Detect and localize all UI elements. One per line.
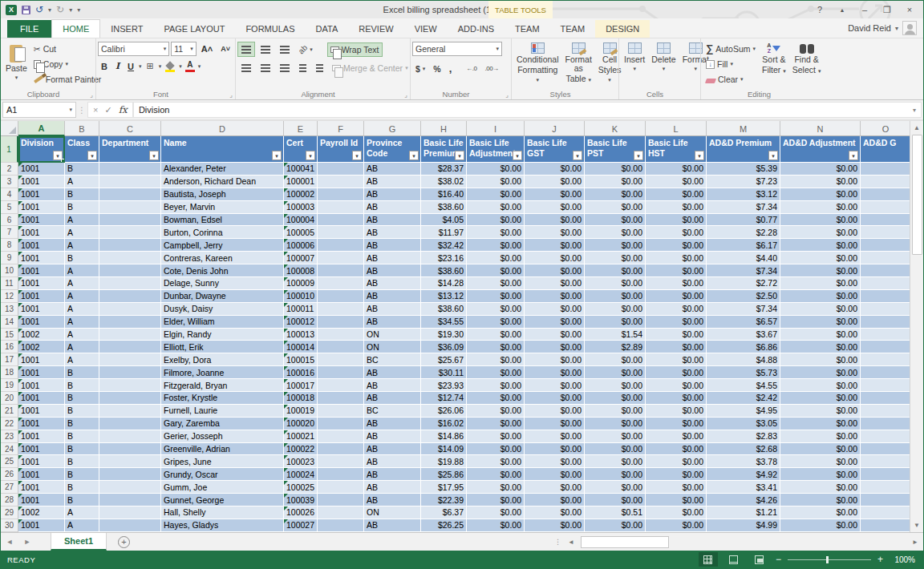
cell[interactable]: $0.00 [525, 163, 585, 176]
close-button[interactable]: × [899, 2, 920, 17]
cell[interactable]: $0.00 [525, 303, 585, 316]
cell[interactable]: $0.00 [780, 201, 861, 214]
horizontal-scrollbar[interactable]: ⋮ ◄ ► [554, 533, 923, 551]
cell[interactable]: 100039 [284, 494, 318, 506]
cell[interactable] [861, 290, 911, 303]
cell[interactable] [99, 163, 161, 176]
undo-button[interactable]: ↺ [35, 5, 43, 14]
cell[interactable]: A [65, 214, 99, 227]
cell[interactable]: 100003 [284, 201, 318, 214]
sheet-tab-sheet1[interactable]: Sheet1 [51, 533, 107, 551]
top-align-button[interactable] [237, 42, 255, 57]
cell[interactable]: 100021 [284, 430, 318, 443]
cell[interactable]: $0.00 [525, 468, 585, 481]
cell[interactable] [318, 226, 364, 239]
cell[interactable]: 100022 [284, 443, 318, 456]
cell[interactable]: 100041 [284, 163, 318, 176]
cell[interactable]: $0.00 [467, 392, 525, 405]
header-cell[interactable]: Basic Life HST▾ [646, 136, 707, 163]
cell[interactable] [318, 455, 364, 468]
fill-color-dropdown-icon[interactable]: ▾ [179, 63, 182, 70]
fill-button[interactable]: ↓Fill▾ [703, 57, 759, 71]
align-right-button[interactable] [276, 60, 294, 75]
cell[interactable]: $0.00 [780, 494, 861, 506]
cell[interactable]: A [65, 341, 99, 353]
cell[interactable] [99, 303, 161, 316]
cell[interactable]: $0.00 [467, 494, 525, 506]
cell[interactable]: $0.00 [646, 316, 707, 329]
cell[interactable] [861, 252, 911, 264]
zoom-slider[interactable] [788, 559, 871, 560]
cell[interactable]: $0.00 [646, 290, 707, 303]
cell[interactable] [99, 494, 161, 506]
cell[interactable] [99, 455, 161, 468]
cell[interactable] [861, 214, 911, 227]
cell[interactable]: $0.00 [467, 405, 525, 418]
cell[interactable]: 100023 [284, 455, 318, 468]
scroll-down-icon[interactable]: ▼ [910, 519, 924, 532]
cell[interactable] [318, 481, 364, 494]
cell[interactable]: $0.00 [525, 481, 585, 494]
row-header-26[interactable]: 26 [1, 468, 18, 481]
scroll-left-icon[interactable]: ◄ [565, 536, 578, 548]
cell[interactable] [318, 366, 364, 379]
find-select-button[interactable]: Find & Select ▾ [789, 40, 825, 78]
cell[interactable] [318, 277, 364, 290]
cell[interactable]: $0.00 [525, 264, 585, 277]
underline-dropdown-icon[interactable]: ▾ [139, 63, 142, 70]
cell[interactable]: $1.21 [707, 506, 780, 519]
cell[interactable]: B [65, 455, 99, 468]
format-painter-button[interactable]: Format Painter [30, 72, 104, 87]
cell[interactable]: 1001 [18, 468, 65, 481]
cell[interactable]: $38.60 [421, 264, 467, 277]
cell[interactable] [99, 405, 161, 418]
cell[interactable]: $0.00 [467, 430, 525, 443]
save-icon[interactable] [22, 6, 30, 14]
row-header-17[interactable]: 17 [1, 353, 18, 366]
column-header-d[interactable]: D [161, 121, 284, 136]
cell[interactable]: $28.37 [421, 163, 467, 176]
cell[interactable]: 100009 [284, 277, 318, 290]
wrap-text-button[interactable]: Wrap Text [327, 42, 383, 57]
cell[interactable]: $0.00 [780, 353, 861, 366]
cell[interactable]: $0.00 [525, 405, 585, 418]
column-header-n[interactable]: N [780, 121, 861, 136]
cell[interactable]: AB [364, 239, 421, 252]
cell[interactable]: 100002 [284, 188, 318, 201]
cell[interactable]: $0.00 [585, 290, 646, 303]
cell[interactable]: $0.00 [467, 519, 525, 532]
row-header-11[interactable]: 11 [1, 277, 18, 290]
cell[interactable]: $0.00 [780, 290, 861, 303]
cell[interactable] [861, 405, 911, 418]
cell[interactable] [861, 239, 911, 252]
row-header-9[interactable]: 9 [1, 252, 18, 264]
increase-indent-button[interactable] [312, 60, 327, 75]
cell[interactable]: $0.00 [525, 430, 585, 443]
cell[interactable]: 1001 [18, 430, 65, 443]
header-cell[interactable]: AD&D G [861, 136, 911, 163]
cell[interactable]: 100004 [284, 214, 318, 227]
cell[interactable] [318, 494, 364, 506]
decrease-decimal-button[interactable]: .00→ [482, 63, 502, 75]
cell[interactable]: B [65, 201, 99, 214]
cell[interactable]: $0.00 [467, 353, 525, 366]
row-header-13[interactable]: 13 [1, 303, 18, 316]
cell[interactable]: $0.00 [525, 316, 585, 329]
cell[interactable] [861, 264, 911, 277]
cell[interactable]: $0.00 [467, 481, 525, 494]
cell[interactable]: $0.00 [585, 176, 646, 188]
filter-button[interactable]: ▾ [306, 151, 315, 160]
cell[interactable]: $0.00 [780, 506, 861, 519]
header-cell[interactable]: Basic Life PST▾ [585, 136, 646, 163]
cell[interactable]: $4.99 [707, 519, 780, 532]
cell[interactable]: Elliott, Erik [161, 341, 284, 353]
page-break-view-button[interactable] [750, 552, 769, 567]
cell[interactable] [318, 201, 364, 214]
cell[interactable]: $0.00 [467, 341, 525, 353]
vertical-scrollbar[interactable]: ▲ ▼ [910, 121, 923, 532]
cell[interactable]: Gerier, Josseph [161, 430, 284, 443]
cell[interactable]: Delage, Sunny [161, 277, 284, 290]
cell[interactable]: $38.60 [421, 303, 467, 316]
cell[interactable]: 1001 [18, 277, 65, 290]
cell[interactable]: $2.50 [707, 290, 780, 303]
